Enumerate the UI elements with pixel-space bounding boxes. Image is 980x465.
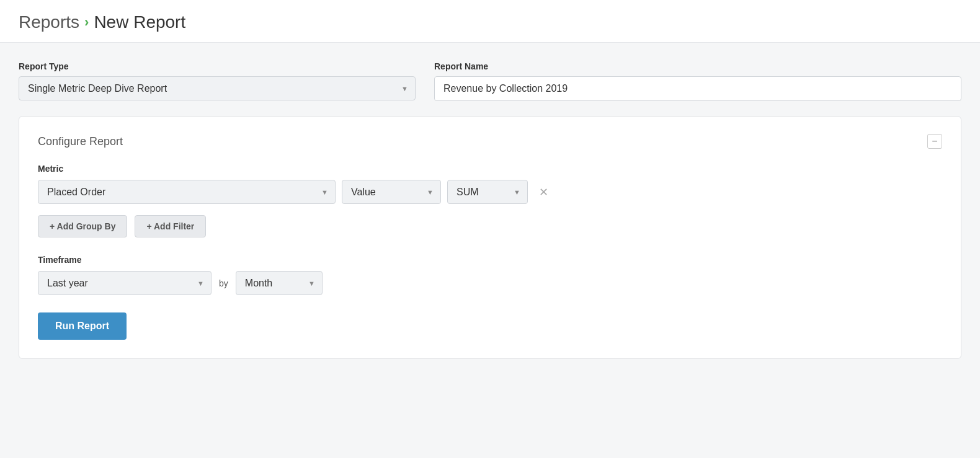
report-name-label: Report Name (434, 61, 961, 71)
report-type-select[interactable]: Single Metric Deep Dive Report Multi Met… (19, 76, 416, 100)
collapse-button[interactable]: − (927, 134, 942, 149)
configure-panel-title: Configure Report (38, 135, 123, 148)
breadcrumb-parent[interactable]: Reports (19, 12, 79, 32)
aggregation-select[interactable]: SUM AVG MIN MAX (447, 180, 528, 204)
report-type-group: Report Type Single Metric Deep Dive Repo… (19, 61, 416, 100)
configure-panel: Configure Report − Metric Placed Order O… (19, 116, 961, 359)
add-filter-button[interactable]: + Add Filter (135, 215, 206, 237)
value-select[interactable]: Value Count Unique Count (342, 180, 441, 204)
top-form-row: Report Type Single Metric Deep Dive Repo… (19, 61, 961, 101)
metric-label: Metric (38, 164, 942, 174)
timeframe-select[interactable]: Last year Last 30 days Last 90 days This… (38, 271, 212, 295)
page-wrapper: Reports › New Report Report Type Single … (0, 0, 980, 465)
run-report-button[interactable]: Run Report (38, 312, 127, 340)
metric-select[interactable]: Placed Order Opened Email Clicked Email … (38, 180, 336, 204)
add-group-by-button[interactable]: + Add Group By (38, 215, 127, 237)
timeframe-label: Timeframe (38, 255, 942, 265)
breadcrumb-current: New Report (94, 12, 185, 32)
report-name-input[interactable] (434, 76, 961, 101)
action-buttons-row: + Add Group By + Add Filter (38, 215, 942, 237)
report-type-select-wrapper: Single Metric Deep Dive Report Multi Met… (19, 76, 416, 100)
period-select-wrapper: Month Week Day Quarter Year (236, 271, 323, 295)
collapse-icon: − (932, 136, 937, 146)
by-label: by (219, 278, 228, 288)
report-name-group: Report Name (434, 61, 961, 101)
breadcrumb-chevron-icon: › (84, 14, 89, 30)
timeframe-row: Last year Last 30 days Last 90 days This… (38, 271, 942, 295)
timeframe-section: Timeframe Last year Last 30 days Last 90… (38, 255, 942, 295)
value-select-wrapper: Value Count Unique Count (342, 180, 441, 204)
timeframe-select-wrapper: Last year Last 30 days Last 90 days This… (38, 271, 212, 295)
content-area: Report Type Single Metric Deep Dive Repo… (0, 43, 980, 458)
breadcrumb: Reports › New Report (19, 12, 961, 32)
metric-select-wrapper: Placed Order Opened Email Clicked Email … (38, 180, 336, 204)
metric-row: Placed Order Opened Email Clicked Email … (38, 180, 942, 204)
breadcrumb-bar: Reports › New Report (0, 0, 980, 43)
remove-metric-button[interactable]: ✕ (534, 184, 553, 200)
configure-panel-header: Configure Report − (38, 134, 942, 149)
aggregation-select-wrapper: SUM AVG MIN MAX (447, 180, 528, 204)
period-select[interactable]: Month Week Day Quarter Year (236, 271, 323, 295)
report-type-label: Report Type (19, 61, 416, 71)
